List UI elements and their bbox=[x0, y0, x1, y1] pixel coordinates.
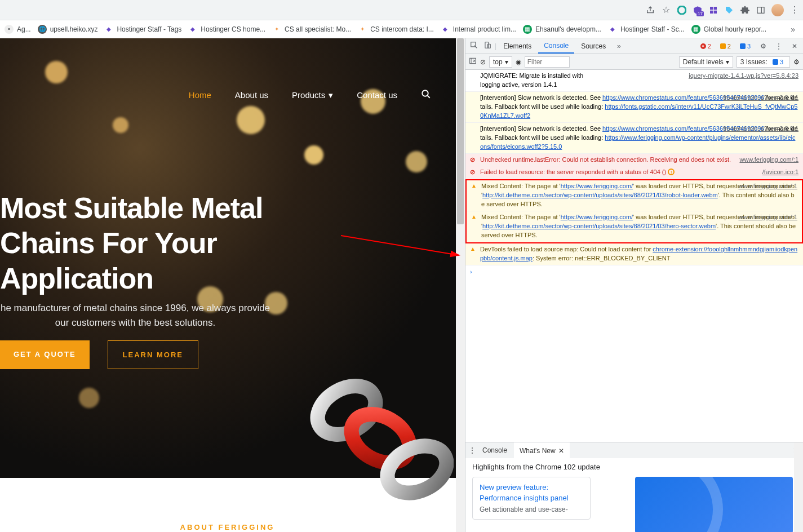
bookmark-item[interactable]: ◆Hostinger Staff - Sc... bbox=[608, 25, 685, 34]
ext-icon-1[interactable] bbox=[677, 5, 687, 15]
bookmark-item[interactable]: •Ag... bbox=[5, 25, 31, 34]
bookmarks-overflow[interactable]: » bbox=[787, 25, 798, 34]
bookmark-item[interactable]: 🌐upsell.heiko.xyz bbox=[38, 25, 98, 34]
drawer-tabbar: ⋮ Console What's New✕ ✕ bbox=[465, 442, 803, 458]
ext-icon-2[interactable]: 17 bbox=[693, 5, 703, 15]
link[interactable]: https://www.ferigging.com/ bbox=[561, 183, 633, 189]
bookmark-item[interactable]: ◆Hostinger Staff - Tags bbox=[104, 25, 181, 34]
hero-title: Most Suitable Metal Chains For Your Appl… bbox=[0, 190, 316, 296]
bookmark-item[interactable]: ◆Hostinger CS home... bbox=[188, 25, 265, 34]
console-filter-input[interactable] bbox=[525, 56, 570, 68]
bookmark-item[interactable]: ◆Internal product lim... bbox=[441, 25, 516, 34]
profile-avatar[interactable] bbox=[771, 4, 784, 16]
settings-icon[interactable]: ⚙ bbox=[757, 42, 769, 50]
hero-subtitle: he manufacturer of metal chains since 19… bbox=[0, 301, 270, 331]
browser-toolbar: ☆ 17 ⋮ bbox=[0, 0, 803, 20]
console-settings-icon[interactable]: ⚙ bbox=[793, 58, 800, 66]
devtools-drawer: ⋮ Console What's New✕ ✕ Highlights from … bbox=[465, 442, 803, 532]
console-toolbar: ⊘ top ▾ ◉ Default levels ▾ 3 Issues: 3 ⚙ bbox=[465, 54, 803, 70]
tab-elements[interactable]: Elements bbox=[498, 38, 537, 54]
warn-count[interactable]: 2 bbox=[717, 42, 734, 50]
learn-more-button[interactable]: LEARN MORE bbox=[108, 340, 198, 369]
highlighted-warnings: www.ferigging.com/:1 Mixed Content: The … bbox=[465, 179, 803, 243]
drawer-tab-console[interactable]: Console bbox=[477, 442, 513, 458]
console-warning: www.ferigging.com/:1 Mixed Content: The … bbox=[467, 180, 802, 211]
tab-console[interactable]: Console bbox=[538, 38, 574, 54]
clear-console-icon[interactable]: ⊘ bbox=[480, 58, 486, 66]
eye-icon[interactable]: ◉ bbox=[516, 58, 521, 66]
drawer-menu-icon[interactable]: ⋮ bbox=[469, 446, 476, 454]
panel-icon[interactable] bbox=[756, 5, 766, 15]
about-heading: ABOUT FERIGGING bbox=[0, 523, 455, 531]
bookmark-item[interactable]: ✦CS intercom data: I... bbox=[358, 25, 434, 34]
console-warning: www.ferigging.com/:1 Mixed Content: The … bbox=[467, 211, 802, 242]
whatsnew-card[interactable]: New preview feature: Performance insight… bbox=[472, 477, 591, 520]
tabs-overflow[interactable]: » bbox=[613, 42, 625, 50]
tag-icon[interactable] bbox=[724, 5, 734, 15]
console-prompt[interactable]: › bbox=[465, 265, 803, 279]
hero-section: Home About us Products▾ Contact us Most … bbox=[0, 38, 465, 478]
console-error: /favicon.ico:1 Failed to load resource: … bbox=[465, 166, 803, 179]
bookmark-item[interactable]: ▦Ehsanul's developm... bbox=[523, 25, 601, 34]
link[interactable]: http://kit.detheme.com/sector/wp-content… bbox=[482, 192, 718, 198]
svg-point-7 bbox=[380, 437, 454, 502]
star-icon[interactable]: ☆ bbox=[661, 5, 671, 15]
svg-point-3 bbox=[422, 90, 428, 96]
issues-button[interactable]: 3 Issues: 3 bbox=[737, 56, 790, 68]
close-icon[interactable]: ✕ bbox=[558, 447, 564, 455]
extensions-icon[interactable] bbox=[740, 5, 750, 15]
info-count[interactable]: 3 bbox=[737, 42, 753, 50]
console-log: frontend.min.js?ver=3.8.0:1 [Interventio… bbox=[465, 92, 803, 123]
nav-products[interactable]: Products▾ bbox=[292, 90, 333, 100]
link[interactable]: https://www.ferigging.com/ bbox=[561, 214, 633, 220]
device-icon[interactable] bbox=[481, 41, 494, 51]
svg-point-6 bbox=[343, 405, 418, 473]
drawer-scrollbar[interactable] bbox=[794, 442, 803, 532]
console-warning: DevTools failed to load source map: Coul… bbox=[465, 243, 803, 265]
chain-image bbox=[296, 365, 454, 512]
svg-rect-1 bbox=[757, 7, 764, 13]
devtools-close-icon[interactable]: ✕ bbox=[788, 42, 801, 50]
svg-line-4 bbox=[427, 95, 430, 98]
console-error: www.ferigging.com/:1 Unchecked runtime.l… bbox=[465, 154, 803, 167]
page-viewport: Home About us Products▾ Contact us Most … bbox=[0, 38, 465, 532]
source-link[interactable]: frontend.min.js?ver=3.8.0:1 bbox=[723, 125, 798, 134]
chevron-down-icon: ▾ bbox=[329, 90, 333, 100]
console-log: frontend.min.js?ver=3.8.0:1 [Interventio… bbox=[465, 123, 803, 154]
console-output: JQMIGRATE: Migrate is installed with jqu… bbox=[465, 70, 803, 442]
console-log: JQMIGRATE: Migrate is installed with jqu… bbox=[465, 70, 803, 92]
inspect-icon[interactable] bbox=[468, 41, 480, 51]
sidebar-toggle-icon[interactable] bbox=[469, 57, 477, 66]
source-link[interactable]: www.ferigging.com/:1 bbox=[738, 213, 797, 222]
tab-sources[interactable]: Sources bbox=[575, 38, 611, 54]
context-selector[interactable]: top ▾ bbox=[489, 56, 512, 68]
page-scrollbar[interactable] bbox=[456, 38, 465, 532]
site-nav: Home About us Products▾ Contact us bbox=[189, 89, 431, 101]
drawer-heading: Highlights from the Chrome 102 update bbox=[472, 463, 796, 471]
source-link[interactable]: www.ferigging.com/:1 bbox=[738, 182, 797, 191]
search-icon[interactable] bbox=[421, 89, 431, 101]
devtools-panel: | Elements Console Sources » ×2 2 3 ⚙ ⋮ … bbox=[465, 38, 803, 532]
source-link[interactable]: jquery-migrate-1.4.1-wp.js?ver=5.8.4:23 bbox=[689, 72, 798, 81]
ext-icon-3[interactable] bbox=[708, 5, 718, 15]
whatsnew-preview bbox=[635, 477, 793, 532]
nav-home[interactable]: Home bbox=[189, 90, 211, 100]
source-link[interactable]: /favicon.ico:1 bbox=[762, 168, 798, 177]
drawer-body: Highlights from the Chrome 102 update Ne… bbox=[465, 458, 803, 532]
devtools-menu-icon[interactable]: ⋮ bbox=[773, 42, 785, 50]
source-link[interactable]: www.ferigging.com/:1 bbox=[739, 156, 798, 165]
bookmark-item[interactable]: ✦CS all specialist: Mo... bbox=[272, 25, 351, 34]
log-levels-selector[interactable]: Default levels ▾ bbox=[679, 56, 733, 68]
devtools-tabbar: | Elements Console Sources » ×2 2 3 ⚙ ⋮ … bbox=[465, 38, 803, 54]
nav-about[interactable]: About us bbox=[235, 90, 268, 100]
svg-point-0 bbox=[678, 6, 686, 14]
get-quote-button[interactable]: GET A QUOTE bbox=[0, 340, 90, 369]
bookmark-item[interactable]: ▦Global hourly repor... bbox=[691, 25, 766, 34]
drawer-tab-whatsnew[interactable]: What's New✕ bbox=[514, 442, 570, 458]
nav-contact[interactable]: Contact us bbox=[357, 90, 397, 100]
share-icon[interactable] bbox=[645, 5, 655, 15]
error-count[interactable]: ×2 bbox=[698, 42, 714, 50]
link[interactable]: http://kit.detheme.com/sector/wp-content… bbox=[482, 223, 716, 229]
source-link[interactable]: frontend.min.js?ver=3.8.0:1 bbox=[723, 94, 798, 103]
menu-icon[interactable]: ⋮ bbox=[789, 5, 800, 15]
